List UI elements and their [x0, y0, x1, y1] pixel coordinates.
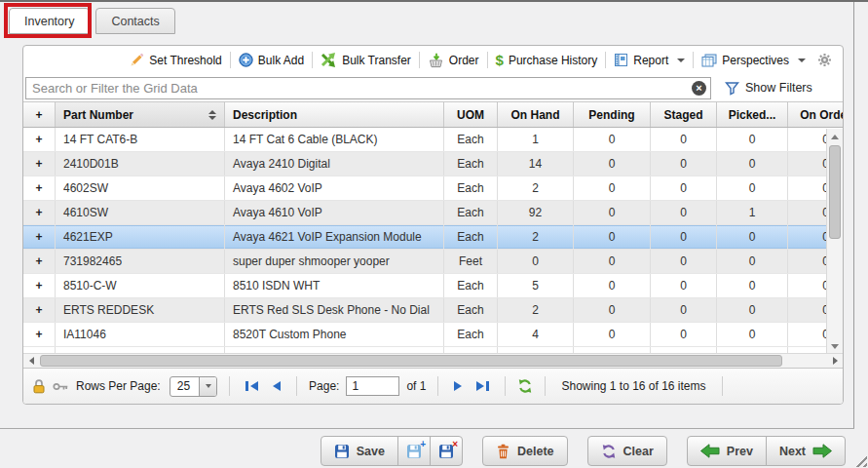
cell-on-hand: 4: [498, 323, 574, 346]
row-expand-button[interactable]: +: [23, 152, 56, 176]
row-expand-button[interactable]: +: [23, 250, 56, 273]
table-row[interactable]: + 4602SW Avaya 4602 VoIP Each 2 0 0 0 0: [23, 176, 826, 201]
key-icon[interactable]: [53, 380, 69, 393]
tab-inventory[interactable]: Inventory: [9, 8, 90, 34]
column-header-expand[interactable]: +: [23, 102, 56, 127]
grid-settings-button[interactable]: [812, 53, 837, 67]
plus-badge-icon: +: [420, 440, 426, 449]
footer-toolbar: Save + × Delete Clear: [0, 436, 854, 466]
cell-part-number: IA11046: [56, 323, 225, 346]
table-row[interactable]: + 14 FT CAT6-B 14 FT Cat 6 Cable (BLACK)…: [23, 128, 826, 152]
delete-button[interactable]: Delete: [482, 436, 568, 466]
cell-picked: 0: [717, 176, 788, 200]
cell-pending: 0: [574, 298, 651, 322]
purchase-history-button[interactable]: $ Purchase History: [489, 54, 605, 67]
prev-button[interactable]: Prev: [687, 436, 767, 466]
order-label: Order: [449, 54, 479, 67]
scroll-left-icon[interactable]: [23, 354, 39, 368]
bulk-add-button[interactable]: Bulk Add: [232, 53, 311, 67]
cell-staged: 0: [651, 201, 717, 224]
row-expand-button[interactable]: +: [23, 323, 56, 346]
column-header-on-hand[interactable]: On Hand: [498, 102, 574, 127]
cell-uom: Each: [444, 201, 498, 224]
bulk-transfer-button[interactable]: Bulk Transfer: [314, 53, 418, 67]
row-expand-button[interactable]: +: [23, 225, 56, 249]
cell-staged: 0: [651, 225, 717, 249]
save-button[interactable]: Save: [321, 436, 398, 466]
save-add-button[interactable]: +: [397, 436, 431, 466]
scroll-down-icon[interactable]: [827, 338, 843, 354]
show-filters-button[interactable]: Show Filters: [725, 81, 812, 96]
gear-icon: [817, 53, 832, 67]
save-label: Save: [357, 445, 385, 458]
order-button[interactable]: Order: [421, 53, 486, 68]
purchase-history-label: Purchase History: [509, 54, 597, 67]
cell-on-order: 0: [788, 323, 826, 346]
column-header-on-order[interactable]: On Order: [788, 102, 843, 127]
page-input[interactable]: [346, 376, 399, 396]
search-input[interactable]: [26, 81, 710, 96]
row-expand-button[interactable]: +: [23, 201, 56, 224]
first-page-button[interactable]: [242, 381, 262, 391]
vertical-scrollbar[interactable]: [826, 129, 843, 354]
table-row[interactable]: + 8510-C-W 8510 ISDN WHT Each 5 0 0 0 0: [23, 274, 826, 298]
rows-per-page-select[interactable]: 25: [170, 376, 217, 397]
next-label: Next: [779, 445, 806, 458]
horizontal-scrollbar[interactable]: [23, 353, 843, 368]
tab-contacts[interactable]: Contacts: [95, 8, 174, 34]
cell-part-number: 4621EXP: [56, 225, 225, 249]
row-expand-button[interactable]: +: [23, 298, 56, 322]
column-header-description[interactable]: Description: [225, 102, 444, 127]
table-row[interactable]: + 2410D01B Avaya 2410 Digital Each 14 0 …: [23, 152, 826, 176]
column-header-part-number[interactable]: Part Number: [56, 102, 225, 127]
cell-part-number: 8510-C-W: [56, 274, 225, 297]
rows-per-page-value: 25: [170, 379, 199, 393]
basket-icon: [428, 53, 444, 68]
pagination-separator: [437, 376, 438, 396]
row-expand-button[interactable]: +: [23, 176, 56, 200]
next-page-button[interactable]: [450, 381, 466, 391]
last-page-button[interactable]: [472, 381, 493, 391]
table-row[interactable]: + IA11046 8520T Custom Phone Each 4 0 0 …: [23, 323, 826, 347]
toolbar-separator: [312, 52, 313, 68]
set-threshold-button[interactable]: Set Threshold: [123, 53, 229, 67]
table-row[interactable]: + 731982465 super duper shmooper yooper …: [23, 250, 826, 274]
arrow-left-icon: [700, 444, 720, 458]
cell-pending: 0: [574, 128, 651, 151]
cell-on-hand: 2: [498, 225, 574, 249]
cell-pending: 0: [574, 152, 651, 176]
table-row[interactable]: + 4610SW Avaya 4610 VoIP Each 92 0 0 1 0: [23, 201, 826, 225]
cell-uom: Each: [444, 225, 498, 249]
cell-on-hand: 2: [498, 176, 574, 200]
prev-page-button[interactable]: [269, 381, 284, 391]
report-button[interactable]: Report: [607, 53, 692, 67]
table-row[interactable]: + ERTS REDDESK ERTS Red SLS Desk Phone -…: [23, 298, 826, 323]
clear-search-icon[interactable]: ×: [692, 81, 706, 96]
table-row[interactable]: + 4621EXP Avaya 4621 VoIP Expansion Modu…: [23, 225, 826, 250]
row-expand-button[interactable]: +: [23, 274, 56, 297]
scroll-up-icon[interactable]: [827, 129, 843, 144]
sort-icon[interactable]: [208, 110, 216, 120]
select-dropdown-icon[interactable]: [199, 377, 216, 396]
cell-pending: 0: [574, 274, 651, 297]
lock-icon[interactable]: [32, 378, 46, 394]
save-cancel-button[interactable]: ×: [430, 436, 463, 466]
row-expand-button[interactable]: +: [23, 128, 56, 151]
column-header-picked[interactable]: Picked...: [717, 102, 788, 127]
next-button[interactable]: Next: [766, 436, 846, 466]
horizontal-scroll-thumb[interactable]: [40, 355, 782, 367]
cell-on-order: 0: [788, 128, 826, 151]
cell-picked: 0: [717, 274, 788, 297]
resize-grip[interactable]: [852, 452, 867, 467]
perspectives-button[interactable]: Perspectives: [695, 54, 812, 67]
cell-picked: 1: [717, 201, 788, 224]
column-header-pending[interactable]: Pending: [574, 102, 651, 127]
cell-on-hand: 1: [498, 128, 574, 151]
column-header-staged[interactable]: Staged: [651, 102, 717, 127]
vertical-scroll-thumb[interactable]: [829, 145, 841, 239]
clear-button[interactable]: Clear: [587, 436, 667, 466]
refresh-icon[interactable]: [517, 378, 533, 394]
scroll-right-icon[interactable]: [827, 354, 843, 368]
cell-on-hand: 92: [498, 201, 574, 224]
column-header-uom[interactable]: UOM: [444, 102, 498, 127]
